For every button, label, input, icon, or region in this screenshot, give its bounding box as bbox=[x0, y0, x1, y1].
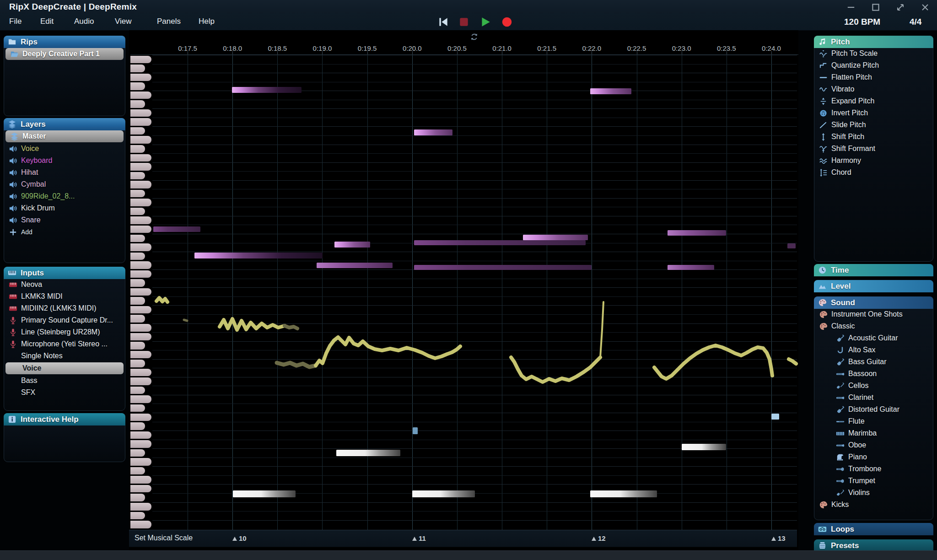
input-item-line-steinberg-ur28m[interactable]: Line (Steinberg UR28M) bbox=[4, 326, 125, 338]
pitch-tool-pitch-to-scale[interactable]: Pitch To Scale bbox=[814, 48, 933, 59]
layer-item-cymbal[interactable]: Cymbal bbox=[4, 178, 125, 190]
close-button[interactable] bbox=[920, 2, 931, 13]
layer-item-master[interactable]: Master bbox=[5, 130, 124, 142]
pitch-trace[interactable] bbox=[156, 298, 167, 302]
pitch-panel-header[interactable]: Pitch bbox=[814, 36, 933, 48]
sound-item-trumpet[interactable]: Trumpet bbox=[814, 475, 933, 487]
input-item-neova[interactable]: Neova bbox=[4, 279, 125, 291]
layer-item-voice[interactable]: Voice bbox=[4, 143, 125, 155]
sound-item-marimba[interactable]: Marimba bbox=[814, 427, 933, 439]
layer-item-keyboard[interactable]: Keyboard bbox=[4, 155, 125, 167]
bar-marker-11[interactable]: 11 bbox=[412, 534, 426, 542]
note-purple[interactable] bbox=[414, 240, 586, 245]
sound-item-cellos[interactable]: Cellos bbox=[814, 380, 933, 392]
presets-panel-header[interactable]: Presets bbox=[814, 539, 933, 552]
note-purple[interactable] bbox=[668, 265, 714, 270]
pitch-tool-slide-pitch[interactable]: Slide Pitch bbox=[814, 119, 933, 131]
pitch-tool-shift-formant[interactable]: Shift Formant bbox=[814, 143, 933, 155]
note-white[interactable] bbox=[590, 490, 657, 497]
note-blue[interactable] bbox=[771, 414, 779, 420]
input-item-midiin2-lkmk3-midi[interactable]: MIDIIN2 (LKMK3 MIDI) bbox=[4, 302, 125, 314]
add-layer-button[interactable]: Add bbox=[4, 226, 125, 238]
pitch-tool-vibrato[interactable]: Vibrato bbox=[814, 83, 933, 95]
pitch-trace[interactable] bbox=[511, 357, 600, 382]
time-signature-display[interactable]: 4/4 bbox=[910, 17, 921, 27]
sound-item-distorted-guitar[interactable]: Distorted Guitar bbox=[814, 404, 933, 415]
sound-item-acoustic-guitar[interactable]: Acoustic Guitar bbox=[814, 332, 933, 344]
pitch-tool-chord[interactable]: Chord bbox=[814, 167, 933, 178]
menu-audio[interactable]: Audio bbox=[74, 17, 94, 26]
pitch-trace[interactable] bbox=[316, 337, 460, 366]
layer-item-snare[interactable]: Snare bbox=[4, 214, 125, 226]
note-white[interactable] bbox=[233, 490, 296, 497]
note-white[interactable] bbox=[682, 444, 726, 450]
minimize-button[interactable] bbox=[845, 2, 856, 13]
sound-item-alto-sax[interactable]: Alto Sax bbox=[814, 344, 933, 356]
pitch-trace[interactable] bbox=[654, 345, 772, 379]
note-purple[interactable] bbox=[153, 226, 200, 232]
bar-marker-10[interactable]: 10 bbox=[232, 534, 247, 542]
input-item-lkmk3-midi[interactable]: LKMK3 MIDI bbox=[4, 291, 125, 302]
pitch-tool-flatten-pitch[interactable]: Flatten Pitch bbox=[814, 71, 933, 83]
pitch-trace[interactable] bbox=[277, 363, 316, 367]
pitch-tool-expand-pitch[interactable]: Expand Pitch bbox=[814, 95, 933, 107]
note-purple[interactable] bbox=[194, 253, 323, 258]
note-purple[interactable] bbox=[523, 235, 588, 240]
sound-item-bassoon[interactable]: Bassoon bbox=[814, 368, 933, 380]
note-white[interactable] bbox=[412, 490, 475, 497]
menu-edit[interactable]: Edit bbox=[40, 17, 54, 26]
pitch-trace[interactable] bbox=[285, 326, 297, 328]
menu-panels[interactable]: Panels bbox=[157, 17, 181, 26]
sound-item-instrument-one-shots[interactable]: Instrument One Shots bbox=[814, 308, 933, 320]
level-panel-header[interactable]: Level bbox=[814, 280, 933, 292]
sound-item-oboe[interactable]: Oboe bbox=[814, 439, 933, 451]
menu-view[interactable]: View bbox=[115, 17, 132, 26]
input-item-single-notes[interactable]: Single Notes bbox=[4, 350, 125, 362]
layer-item-kick-drum[interactable]: Kick Drum bbox=[4, 202, 125, 214]
layers-panel-header[interactable]: Layers bbox=[4, 118, 125, 130]
input-item-primary-sound-capture-dr[interactable]: Primary Sound Capture Dr... bbox=[4, 314, 125, 326]
sound-item-bass-guitar[interactable]: Bass Guitar bbox=[814, 356, 933, 368]
pitch-tool-shift-pitch[interactable]: Shift Pitch bbox=[814, 131, 933, 143]
note-purple[interactable] bbox=[668, 230, 726, 236]
note-purple[interactable] bbox=[787, 243, 796, 248]
note-white[interactable] bbox=[336, 450, 400, 456]
input-item-sfx[interactable]: SFX bbox=[4, 387, 125, 398]
sound-item-piano[interactable]: Piano bbox=[814, 451, 933, 463]
input-item-bass[interactable]: Bass bbox=[4, 375, 125, 387]
sound-item-flute[interactable]: Flute bbox=[814, 415, 933, 427]
pitch-tool-invert-pitch[interactable]: Invert Pitch bbox=[814, 107, 933, 119]
input-item-voice[interactable]: Voice bbox=[5, 362, 124, 374]
note-purple[interactable] bbox=[317, 263, 393, 268]
note-purple[interactable] bbox=[414, 129, 452, 135]
layer-item-909ride-02-8[interactable]: 909Ride_02_8... bbox=[4, 190, 125, 202]
note-purple[interactable] bbox=[334, 242, 370, 248]
sound-item-trombone[interactable]: Trombone bbox=[814, 463, 933, 475]
time-panel-header[interactable]: Time bbox=[814, 264, 933, 276]
sound-item-classic[interactable]: Classic bbox=[814, 320, 933, 332]
loops-panel-header[interactable]: Loops bbox=[814, 523, 933, 535]
sound-item-violins[interactable]: Violins bbox=[814, 487, 933, 499]
sound-panel-header[interactable]: Sound bbox=[814, 296, 933, 309]
bar-marker-12[interactable]: 12 bbox=[592, 534, 606, 542]
pitch-tool-harmony[interactable]: Harmony bbox=[814, 155, 933, 167]
sound-item-kicks[interactable]: Kicks bbox=[814, 499, 933, 511]
skip-start-button[interactable] bbox=[437, 16, 449, 28]
resize-button[interactable] bbox=[895, 2, 906, 13]
play-button[interactable] bbox=[479, 16, 491, 28]
note-purple[interactable] bbox=[590, 88, 631, 94]
bar-marker-13[interactable]: 13 bbox=[771, 534, 786, 542]
menu-help[interactable]: Help bbox=[199, 17, 215, 26]
record-button[interactable] bbox=[501, 16, 513, 28]
pitch-trace[interactable] bbox=[184, 320, 187, 321]
rip-item-deeply-creative-part-1[interactable]: Deeply Creative Part 1 bbox=[5, 48, 124, 60]
menu-file[interactable]: File bbox=[9, 17, 22, 26]
interactive-help-header[interactable]: Interactive Help bbox=[4, 413, 125, 425]
maximize-button[interactable] bbox=[870, 2, 881, 13]
inputs-panel-header[interactable]: Inputs bbox=[4, 267, 125, 279]
input-item-microphone-yeti-stereo[interactable]: Microphone (Yeti Stereo ... bbox=[4, 338, 125, 350]
note-purple[interactable] bbox=[232, 87, 302, 93]
pitch-trace[interactable] bbox=[600, 302, 603, 357]
pitch-tool-quantize-pitch[interactable]: Quantize Pitch bbox=[814, 59, 933, 71]
stop-button[interactable] bbox=[458, 16, 470, 28]
